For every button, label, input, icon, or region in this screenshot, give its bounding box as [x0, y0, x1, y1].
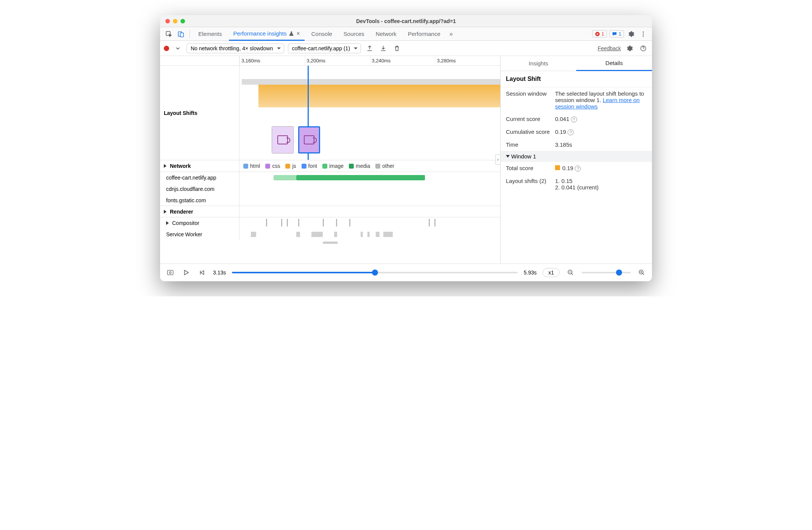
network-host-row[interactable]: fonts.gstatic.com: [160, 195, 500, 206]
zoom-out-icon[interactable]: [566, 268, 576, 277]
scrubber-end-time: 5.93s: [524, 270, 537, 276]
tab-elements[interactable]: Elements: [194, 27, 227, 41]
tab-console[interactable]: Console: [307, 27, 337, 41]
page-select[interactable]: coffee-cart.netlify.app (1): [288, 43, 361, 53]
network-host-label: fonts.gstatic.com: [160, 195, 240, 206]
help-icon[interactable]: ?: [568, 129, 574, 135]
compositor-row[interactable]: Compositor: [160, 217, 500, 229]
service-worker-row[interactable]: Service Worker: [160, 229, 500, 240]
help-icon[interactable]: [638, 43, 648, 53]
record-dropdown-icon[interactable]: [173, 43, 183, 53]
time-slider-thumb[interactable]: [372, 270, 378, 276]
timeline-tick: 3,280ms: [435, 56, 500, 65]
svg-point-6: [643, 35, 644, 36]
filmstrip-band: [242, 79, 500, 85]
help-icon[interactable]: ?: [575, 166, 581, 172]
close-tab-icon[interactable]: ×: [296, 30, 300, 37]
time-slider[interactable]: [232, 272, 518, 273]
help-icon[interactable]: ?: [571, 116, 577, 122]
svg-point-9: [170, 272, 171, 274]
network-host-label: coffee-cart.netlify.app: [160, 172, 240, 183]
network-legend: html css js font image media other: [240, 160, 500, 172]
compositor-label[interactable]: Compositor: [160, 217, 240, 229]
preview-toggle-icon[interactable]: [165, 268, 175, 277]
error-badge[interactable]: 1: [592, 30, 607, 37]
playback-speed[interactable]: x1: [543, 268, 560, 277]
session-window-value: The selected layout shift belongs to ses…: [555, 90, 647, 110]
zoom-slider[interactable]: [582, 272, 631, 273]
settings-icon[interactable]: [626, 29, 636, 39]
legend-html: html: [243, 163, 260, 169]
skip-back-icon[interactable]: [197, 268, 207, 277]
network-bar-area: [240, 183, 500, 195]
tab-insights[interactable]: Insights: [501, 56, 576, 71]
legend-other: other: [375, 163, 394, 169]
network-bar-area: [240, 195, 500, 206]
total-score-label: Total score: [506, 165, 551, 172]
time-label: Time: [506, 141, 551, 148]
throttling-select[interactable]: No network throttling, 4× slowdown: [187, 43, 284, 53]
layout-shifts-list-label: Layout shifts (2): [506, 178, 551, 191]
resize-handle[interactable]: [160, 240, 500, 245]
current-score-value: 0.041?: [555, 116, 647, 122]
cumulative-score-label: Cumulative score: [506, 129, 551, 135]
window-1-header[interactable]: Window 1: [501, 151, 652, 162]
current-score-row: Current score 0.041?: [501, 113, 652, 126]
network-host-label: cdnjs.cloudflare.com: [160, 183, 240, 195]
network-header-row: Network html css js font image media oth…: [160, 160, 500, 172]
details-title-section: Layout Shift: [501, 71, 652, 87]
network-host-row[interactable]: cdnjs.cloudflare.com: [160, 183, 500, 195]
shift-entry[interactable]: 2. 0.041 (current): [555, 184, 647, 191]
tab-network[interactable]: Network: [371, 27, 401, 41]
record-button[interactable]: [164, 46, 169, 51]
network-bar-image[interactable]: [296, 175, 425, 180]
tab-details[interactable]: Details: [576, 56, 652, 71]
network-label[interactable]: Network: [160, 160, 240, 172]
delete-icon[interactable]: [392, 43, 402, 53]
total-score-row: Total score 0.19?: [501, 162, 652, 175]
time-slider-progress: [232, 272, 375, 273]
message-badge[interactable]: 1: [609, 30, 624, 37]
flask-icon: [289, 31, 294, 36]
service-worker-label: Service Worker: [160, 229, 240, 240]
export-icon[interactable]: [365, 43, 375, 53]
renderer-label[interactable]: Renderer: [160, 206, 240, 217]
timeline-ticks: 3,160ms 3,200ms 3,240ms 3,280ms: [240, 56, 500, 65]
main-tabs-row: Elements Performance insights × Console …: [160, 27, 652, 41]
main-area: › 3,160ms 3,200ms 3,240ms 3,280ms Layout…: [160, 56, 652, 264]
inspect-element-icon[interactable]: [164, 29, 174, 39]
shift-entry[interactable]: 1. 0.15: [555, 178, 647, 184]
expand-icon: [166, 221, 171, 225]
time-value: 3.185s: [555, 141, 647, 148]
feedback-link[interactable]: Feedback: [598, 45, 621, 51]
panel-settings-icon[interactable]: [625, 43, 635, 53]
zoom-in-icon[interactable]: [637, 268, 647, 277]
devtools-window: DevTools - coffee-cart.netlify.app/?ad=1…: [160, 15, 652, 281]
timeline-panel: › 3,160ms 3,200ms 3,240ms 3,280ms Layout…: [160, 56, 501, 263]
score-swatch-icon: [555, 165, 560, 170]
device-toolbar-icon[interactable]: [176, 29, 186, 39]
renderer-track: [240, 206, 500, 217]
message-icon: [612, 31, 617, 37]
network-host-row[interactable]: coffee-cart.netlify.app: [160, 172, 500, 183]
layout-shifts-track[interactable]: [240, 66, 500, 160]
time-row: Time 3.185s: [501, 138, 652, 151]
expand-icon: [164, 164, 168, 168]
scrubber-start-time: 3.13s: [213, 270, 226, 276]
more-tabs-icon[interactable]: »: [447, 31, 455, 37]
tab-performance-insights[interactable]: Performance insights ×: [229, 27, 305, 41]
import-icon[interactable]: [378, 43, 388, 53]
timeline-header-spacer: [160, 56, 240, 65]
network-bar-image[interactable]: [274, 175, 296, 180]
tab-sources[interactable]: Sources: [339, 27, 369, 41]
layout-shift-thumbnail[interactable]: [272, 126, 294, 153]
layout-shift-thumbnail-selected[interactable]: [298, 126, 320, 153]
panel-expand-handle[interactable]: ›: [495, 154, 501, 165]
legend-js: js: [285, 163, 296, 169]
renderer-row[interactable]: Renderer: [160, 206, 500, 217]
play-icon[interactable]: [181, 268, 191, 277]
network-bar-area: [240, 172, 500, 183]
kebab-menu-icon[interactable]: [638, 29, 648, 39]
tab-performance[interactable]: Performance: [403, 27, 445, 41]
zoom-slider-thumb[interactable]: [616, 270, 622, 276]
